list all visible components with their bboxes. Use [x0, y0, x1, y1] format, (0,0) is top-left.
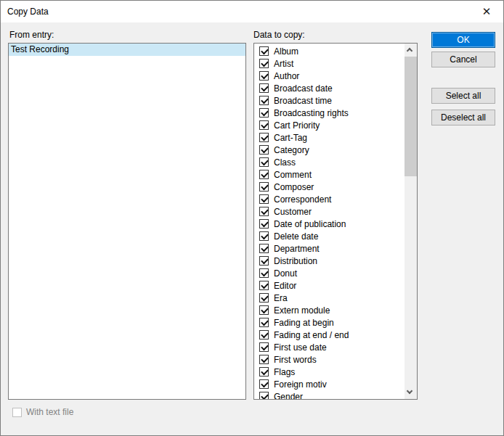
checkbox-checked-icon[interactable] — [259, 268, 269, 278]
checkbox-checked-icon[interactable] — [259, 281, 269, 290]
checkbox-item[interactable]: Gender — [254, 390, 405, 399]
checkbox-unchecked-icon — [12, 408, 22, 417]
close-button[interactable]: ✕ — [470, 1, 503, 22]
chevron-down-icon — [407, 388, 412, 394]
checkbox-checked-icon[interactable] — [259, 108, 269, 118]
checkbox-item[interactable]: Broadcasting rights — [254, 107, 405, 119]
checkbox-checked-icon[interactable] — [259, 120, 269, 130]
select-all-button[interactable]: Select all — [431, 88, 495, 104]
checkbox-checked-icon[interactable] — [259, 207, 269, 216]
checkbox-checked-icon[interactable] — [259, 244, 269, 253]
checkbox-item[interactable]: Editor — [254, 279, 405, 292]
checkbox-checked-icon[interactable] — [259, 330, 269, 340]
checkbox-item[interactable]: Cart-Tag — [254, 131, 405, 144]
checkbox-item[interactable]: Extern module — [254, 304, 405, 316]
checkbox-checked-icon[interactable] — [259, 355, 269, 364]
checkbox-item-label: Extern module — [274, 305, 330, 316]
checkbox-checked-icon[interactable] — [259, 46, 269, 56]
checkbox-item[interactable]: Customer — [254, 205, 405, 218]
checkbox-item-label: First words — [274, 355, 317, 365]
checkbox-checked-icon[interactable] — [259, 392, 269, 399]
checkbox-item[interactable]: First words — [254, 353, 405, 366]
checkbox-checked-icon[interactable] — [259, 83, 269, 93]
checkbox-item[interactable]: Comment — [254, 168, 405, 181]
checkbox-checked-icon[interactable] — [259, 256, 269, 266]
checkbox-item-label: Cart-Tag — [274, 133, 307, 143]
checkbox-item-label: Category — [274, 145, 309, 155]
checkbox-item[interactable]: Flags — [254, 366, 405, 378]
checkbox-item[interactable]: Department — [254, 242, 405, 255]
checkbox-checked-icon[interactable] — [259, 318, 269, 327]
checkbox-item[interactable]: First use date — [254, 341, 405, 353]
checkbox-checked-icon[interactable] — [259, 219, 269, 229]
checkbox-item[interactable]: Foreign motiv — [254, 378, 405, 390]
checkbox-item[interactable]: Fading at begin — [254, 316, 405, 329]
with-text-file-checkbox[interactable]: With text file — [12, 407, 73, 417]
checkbox-item-label: Fading at end / end — [274, 330, 349, 340]
checkbox-item[interactable]: Delete date — [254, 230, 405, 242]
checkbox-item[interactable]: Date of publication — [254, 218, 405, 230]
checkbox-checked-icon[interactable] — [259, 133, 269, 142]
checkbox-item-label: Distribution — [274, 256, 317, 266]
from-entry-list[interactable]: Test Recording — [8, 43, 246, 400]
window-title: Copy Data — [7, 1, 49, 22]
checkbox-item-label: Customer — [274, 207, 312, 217]
cancel-button[interactable]: Cancel — [431, 52, 495, 67]
checkbox-item-label: Date of publication — [274, 219, 346, 229]
checkbox-item-label: First use date — [274, 342, 327, 353]
checkbox-item-label: Broadcast date — [274, 83, 333, 94]
checkbox-item[interactable]: Author — [254, 70, 405, 82]
scrollbar[interactable] — [405, 44, 417, 399]
checkbox-item-label: Cart Priority — [274, 120, 320, 131]
checkbox-item[interactable]: Class — [254, 156, 405, 168]
checkbox-item-label: Donut — [274, 268, 297, 279]
checkbox-checked-icon[interactable] — [259, 379, 269, 389]
checkbox-checked-icon[interactable] — [259, 96, 269, 105]
checkbox-checked-icon[interactable] — [259, 305, 269, 315]
checkbox-item-label: Foreign motiv — [274, 379, 327, 390]
checkbox-item-label: Broadcast time — [274, 96, 332, 106]
checkbox-list: AlbumArtistAuthorBroadcast dateBroadcast… — [254, 44, 405, 399]
checkbox-checked-icon[interactable] — [259, 71, 269, 81]
checkbox-item[interactable]: Artist — [254, 57, 405, 70]
checkbox-item-label: Author — [274, 71, 299, 81]
checkbox-item[interactable]: Distribution — [254, 255, 405, 267]
checkbox-item[interactable]: Donut — [254, 267, 405, 279]
copy-data-dialog: Copy Data ✕ From entry: Data to copy: Te… — [0, 0, 504, 436]
checkbox-item-label: Editor — [274, 281, 296, 291]
checkbox-item[interactable]: Album — [254, 45, 405, 57]
scrollbar-thumb[interactable] — [405, 57, 417, 176]
with-text-file-label: With text file — [26, 407, 73, 417]
checkbox-checked-icon[interactable] — [259, 231, 269, 241]
checkbox-item[interactable]: Era — [254, 292, 405, 304]
deselect-all-button[interactable]: Deselect all — [431, 110, 495, 126]
checkbox-item[interactable]: Category — [254, 144, 405, 156]
checkbox-checked-icon[interactable] — [259, 182, 269, 192]
checkbox-item[interactable]: Fading at end / end — [254, 329, 405, 341]
checkbox-checked-icon[interactable] — [259, 342, 269, 352]
checkbox-checked-icon[interactable] — [259, 145, 269, 155]
checkbox-item-label: Class — [274, 157, 296, 168]
checkbox-item[interactable]: Broadcast time — [254, 94, 405, 107]
checkbox-checked-icon[interactable] — [259, 293, 269, 303]
checkbox-checked-icon[interactable] — [259, 170, 269, 179]
chevron-up-icon — [407, 48, 412, 54]
checkbox-checked-icon[interactable] — [259, 194, 269, 204]
checkbox-item[interactable]: Cart Priority — [254, 119, 405, 131]
checkbox-checked-icon[interactable] — [259, 367, 269, 377]
checkbox-item-label: Gender — [274, 392, 303, 400]
list-item[interactable]: Test Recording — [9, 44, 245, 56]
checkbox-item[interactable]: Broadcast date — [254, 82, 405, 94]
checkbox-item-label: Comment — [274, 170, 312, 180]
data-to-copy-list[interactable]: AlbumArtistAuthorBroadcast dateBroadcast… — [253, 43, 418, 400]
checkbox-item[interactable]: Correspondent — [254, 193, 405, 205]
scrollbar-up-button[interactable] — [405, 44, 417, 56]
checkbox-checked-icon[interactable] — [259, 157, 269, 167]
checkbox-checked-icon[interactable] — [259, 59, 269, 68]
data-to-copy-label: Data to copy: — [253, 30, 305, 40]
checkbox-item-label: Composer — [274, 182, 314, 192]
scrollbar-down-button[interactable] — [405, 387, 417, 399]
ok-button[interactable]: OK — [431, 32, 495, 48]
checkbox-item[interactable]: Composer — [254, 181, 405, 193]
title-bar[interactable]: Copy Data ✕ — [1, 1, 503, 22]
